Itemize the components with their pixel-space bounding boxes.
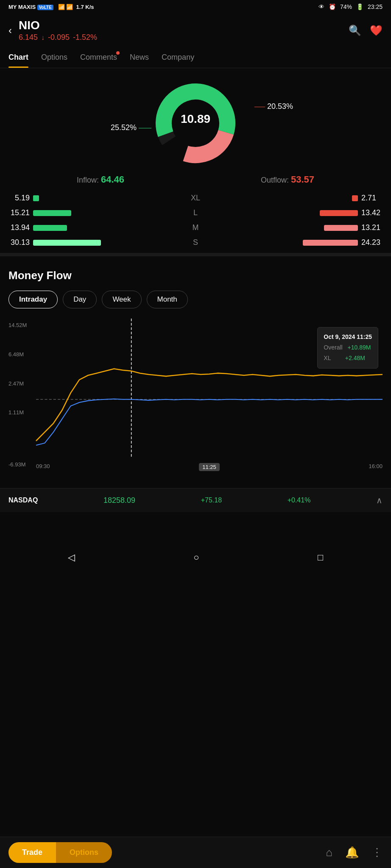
s-bar-pink: [303, 240, 358, 246]
l-bar-green: [33, 210, 71, 216]
chart-y-axis: 14.52M 6.48M 2.47M 1.11M -6.93M: [8, 319, 38, 471]
nav-tabs: Chart Options Comments News Company: [0, 47, 391, 68]
x-label-1600: 16:00: [369, 463, 383, 471]
flow-right-m: 13.21: [204, 223, 383, 232]
stock-info: NIO 6.145 ↓ -0.095 -1.52%: [19, 19, 97, 42]
l-outflow: 13.42: [361, 208, 383, 217]
xl-outflow: 2.71: [361, 194, 383, 202]
m-outflow: 13.21: [361, 223, 383, 232]
donut-chart: 10.89 25.52% 20.53%: [136, 77, 255, 161]
tooltip-xl-value: +2.48M: [345, 355, 365, 361]
search-icon[interactable]: 🔍: [349, 25, 361, 36]
flow-row-m: 13.94 M 13.21: [8, 223, 383, 232]
xl-label: XL: [187, 194, 204, 202]
flow-right-xl: 2.71: [204, 194, 383, 202]
ticker-change: +75.18: [201, 496, 222, 504]
tab-chart[interactable]: Chart: [8, 47, 28, 68]
s-outflow: 24.23: [361, 238, 383, 247]
inflow-summary: Inflow: 64.46: [77, 174, 124, 185]
flow-right-s: 24.23: [204, 238, 383, 247]
donut-right-label: 20.53%: [267, 102, 293, 111]
stock-price: 6.145: [19, 33, 38, 42]
chart-x-axis: 09:30 11:25 16:00: [36, 463, 383, 471]
inflow-value: 64.46: [101, 174, 124, 185]
tab-options[interactable]: Options: [41, 47, 67, 68]
tooltip-overall-value: +10.89M: [348, 344, 371, 351]
chart-tooltip: Oct 9, 2024 11:25 Overall +10.89M XL +2.…: [317, 327, 378, 369]
tab-intraday[interactable]: Intraday: [8, 291, 58, 308]
trade-options-group: Trade Options: [8, 842, 112, 863]
status-bar: MY MAXIS VoLTE 📶 📶 1.7 K/s 👁 ⏰ 74% 🔋 23:…: [0, 0, 391, 14]
comments-dot: [116, 51, 120, 55]
xl-dot-red: [352, 195, 358, 201]
back-system-button[interactable]: ◁: [68, 552, 75, 563]
eye-icon: 👁: [318, 3, 324, 10]
money-flow-section: Money Flow Intraday Day Week Month 14.52…: [0, 261, 391, 484]
clock: 23:25: [368, 3, 383, 10]
m-inflow: 13.94: [8, 223, 30, 232]
s-label: S: [187, 238, 204, 247]
y-label-3: 2.47M: [8, 380, 38, 387]
status-right: 👁 ⏰ 74% 🔋 23:25: [318, 3, 383, 10]
donut-section: 10.89 25.52% 20.53%: [0, 68, 391, 170]
tab-news[interactable]: News: [130, 47, 149, 68]
ticker-price: 18258.09: [103, 496, 135, 505]
m-bar-pink: [324, 225, 358, 231]
money-flow-title: Money Flow: [8, 269, 383, 282]
options-button[interactable]: Options: [56, 842, 112, 863]
recents-system-button[interactable]: □: [318, 552, 323, 563]
y-label-6: -6.93M: [8, 461, 38, 468]
money-flow-chart[interactable]: 14.52M 6.48M 2.47M 1.11M -6.93M Oct 9, 2…: [8, 319, 383, 471]
stock-header: ‹ NIO 6.145 ↓ -0.095 -1.52% 🔍 ❤️: [0, 14, 391, 47]
l-bar-red: [320, 210, 358, 216]
home-system-button[interactable]: ○: [193, 552, 199, 563]
battery-icon: 🔋: [356, 3, 363, 10]
carrier-name: MY MAXIS: [8, 4, 36, 10]
m-label: M: [187, 223, 204, 232]
back-button[interactable]: ‹: [8, 25, 12, 36]
ticker-pct: +0.41%: [288, 496, 311, 504]
donut-center: 10.89: [181, 112, 210, 126]
tooltip-xl: XL +2.48M: [324, 353, 372, 363]
bell-icon[interactable]: 🔔: [345, 846, 359, 859]
y-label-4: 1.11M: [8, 409, 38, 416]
battery-level: 74%: [340, 3, 352, 10]
s-inflow: 30.13: [8, 238, 30, 247]
l-label: L: [187, 208, 204, 217]
flow-stats: Inflow: 64.46 Outflow: 53.57 5.19 XL 2.7…: [0, 174, 391, 247]
stock-ticker: NIO: [19, 19, 97, 32]
m-bar-green: [33, 225, 67, 231]
home-icon[interactable]: ⌂: [326, 846, 332, 859]
s-bar-green: [33, 240, 101, 246]
tab-company[interactable]: Company: [162, 47, 194, 68]
outflow-value: 53.57: [291, 174, 314, 185]
outflow-summary: Outflow: 53.57: [261, 174, 314, 185]
flow-right-l: 13.42: [204, 208, 383, 217]
header-right: 🔍 ❤️: [349, 25, 383, 36]
bottom-ticker[interactable]: NASDAQ 18258.09 +75.18 +0.41% ∧: [0, 488, 391, 512]
tab-comments[interactable]: Comments: [80, 47, 117, 68]
nav-icons: ⌂ 🔔 ⋮: [326, 846, 383, 859]
volte-badge: VoLTE: [37, 5, 53, 10]
tab-day[interactable]: Day: [63, 291, 97, 308]
tab-week[interactable]: Week: [102, 291, 141, 308]
alarm-icon: ⏰: [329, 3, 336, 10]
price-direction-icon: ↓: [41, 34, 45, 42]
l-inflow: 15.21: [8, 208, 30, 217]
price-change: -0.095: [48, 33, 70, 42]
trade-button[interactable]: Trade: [8, 842, 56, 863]
flow-left-m: 13.94: [8, 223, 187, 232]
ticker-name: NASDAQ: [8, 496, 38, 504]
system-nav-bar: ◁ ○ □: [0, 546, 391, 569]
flow-row-xl: 5.19 XL 2.71: [8, 194, 383, 202]
section-divider: [0, 253, 391, 256]
flow-row-s: 30.13 S 24.23: [8, 238, 383, 247]
x-label-0930: 09:30: [36, 463, 50, 471]
carrier-info: MY MAXIS VoLTE 📶 📶 1.7 K/s: [8, 4, 94, 10]
favorite-icon[interactable]: ❤️: [370, 25, 383, 36]
flow-left-l: 15.21: [8, 208, 187, 217]
xl-dot-green: [33, 195, 39, 201]
chevron-up-icon[interactable]: ∧: [376, 495, 383, 505]
more-icon[interactable]: ⋮: [371, 846, 383, 859]
tab-month[interactable]: Month: [147, 291, 188, 308]
